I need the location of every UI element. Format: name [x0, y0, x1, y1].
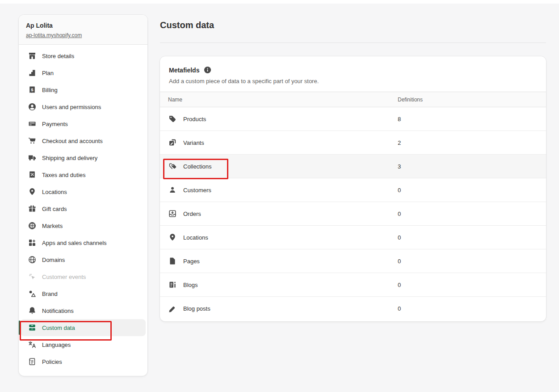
row-label: Pages: [183, 258, 200, 265]
domains-icon: [28, 255, 37, 264]
sidebar-item-shipping-and-delivery[interactable]: Shipping and delivery: [21, 149, 146, 166]
blog-posts-icon: [168, 304, 177, 313]
sidebar-item-gift-cards[interactable]: Gift cards: [21, 200, 146, 217]
payments-icon: [28, 119, 37, 128]
customer-events-icon: [28, 272, 37, 281]
card-header: Metafields Add a custom piece of data to…: [160, 56, 546, 92]
sidebar-item-plan[interactable]: Plan: [21, 64, 146, 81]
svg-text:$: $: [31, 87, 34, 92]
checkout-icon: [28, 136, 37, 145]
sidebar-item-brand[interactable]: Brand: [21, 285, 146, 302]
policies-icon: [28, 357, 37, 366]
sidebar-item-store-details[interactable]: Store details: [21, 47, 146, 64]
title-divider: [160, 42, 546, 43]
selected-indicator: [19, 320, 20, 335]
sidebar-item-billing[interactable]: $ Billing: [21, 81, 146, 98]
sidebar-item-locations[interactable]: Locations: [21, 183, 146, 200]
custom-data-icon: [28, 323, 37, 332]
sidebar-item-apps-and-sales-channels[interactable]: Apps and sales channels: [21, 234, 146, 251]
table-row-blog-posts[interactable]: Blog posts 0: [160, 297, 546, 320]
row-definitions-count: 0: [398, 258, 401, 265]
brand-icon: [28, 289, 37, 298]
taxes-icon: [28, 170, 37, 179]
sidebar-item-notifications[interactable]: Notifications: [21, 302, 146, 319]
sidebar-item-languages[interactable]: Languages: [21, 336, 146, 353]
column-header-name: Name: [160, 97, 398, 103]
variants-icon: [168, 138, 177, 147]
store-name: Ap Lolita: [26, 22, 140, 29]
table-row-locations[interactable]: Locations 0: [160, 226, 546, 249]
metafields-table-body: Products 8 Variants 2 Collections 3 Cust…: [160, 107, 546, 320]
products-icon: [168, 114, 177, 123]
row-definitions-count: 0: [398, 282, 401, 288]
markets-icon: [28, 221, 37, 230]
table-row-customers[interactable]: Customers 0: [160, 178, 546, 202]
users-icon: [28, 102, 37, 111]
row-label: Orders: [183, 211, 201, 217]
table-row-collections[interactable]: Collections 3: [160, 155, 546, 178]
table-row-orders[interactable]: Orders 0: [160, 202, 546, 226]
location-icon: [28, 187, 37, 196]
table-row-variants[interactable]: Variants 2: [160, 131, 546, 155]
billing-icon: $: [28, 85, 37, 94]
sidebar-item-domains[interactable]: Domains: [21, 251, 146, 268]
column-header-definitions: Definitions: [398, 97, 423, 103]
gift-card-icon: [28, 204, 37, 213]
row-label: Products: [183, 116, 206, 122]
top-strip: [0, 0, 559, 4]
metafields-card: Metafields Add a custom piece of data to…: [160, 56, 546, 321]
sidebar-item-customer-events: Customer events: [21, 268, 146, 285]
row-definitions-count: 2: [398, 139, 401, 146]
collections-icon: [168, 162, 177, 171]
row-label: Customers: [183, 187, 211, 194]
card-subtitle: Add a custom piece of data to a specific…: [169, 78, 537, 84]
sidebar-item-payments[interactable]: Payments: [21, 115, 146, 132]
row-label: Variants: [183, 139, 204, 146]
store-domain-link[interactable]: ap-lotita.myshopify.com: [26, 32, 82, 38]
sidebar-item-taxes-and-duties[interactable]: Taxes and duties: [21, 166, 146, 183]
shipping-icon: [28, 153, 37, 162]
customers-icon: [168, 185, 177, 194]
orders-icon: [168, 209, 177, 218]
sidebar-item-policies[interactable]: Policies: [21, 353, 146, 370]
row-definitions-count: 0: [398, 211, 401, 217]
pages-icon: [168, 257, 177, 266]
info-icon[interactable]: [203, 66, 212, 74]
row-label: Blog posts: [183, 305, 210, 312]
page-title: Custom data: [160, 20, 214, 30]
locations-icon: [168, 233, 177, 242]
apps-icon: [28, 238, 37, 247]
row-definitions-count: 0: [398, 305, 401, 312]
table-row-blogs[interactable]: Blogs 0: [160, 273, 546, 297]
card-title: Metafields: [169, 67, 199, 74]
settings-sidebar: Ap Lolita ap-lotita.myshopify.com Store …: [19, 15, 147, 376]
notifications-icon: [28, 306, 37, 315]
store-header: Ap Lolita ap-lotita.myshopify.com: [19, 15, 147, 45]
row-definitions-count: 0: [398, 234, 401, 241]
blogs-icon: [168, 280, 177, 289]
table-header: Name Definitions: [160, 92, 546, 107]
plan-icon: [28, 68, 37, 77]
row-label: Collections: [183, 163, 212, 170]
row-definitions-count: 3: [398, 163, 401, 170]
row-definitions-count: 0: [398, 187, 401, 194]
sidebar-item-markets[interactable]: Markets: [21, 217, 146, 234]
table-row-pages[interactable]: Pages 0: [160, 249, 546, 273]
table-row-products[interactable]: Products 8: [160, 107, 546, 131]
languages-icon: [28, 340, 37, 349]
sidebar-item-custom-data[interactable]: Custom data: [21, 319, 146, 336]
row-label: Locations: [183, 234, 208, 241]
row-label: Blogs: [183, 282, 198, 288]
settings-nav: Store details Plan $ Billing Users and p…: [19, 45, 147, 373]
storefront-icon: [28, 51, 37, 60]
sidebar-item-checkout-and-accounts[interactable]: Checkout and accounts: [21, 132, 146, 149]
row-definitions-count: 8: [398, 116, 401, 122]
sidebar-item-users-and-permissions[interactable]: Users and permissions: [21, 98, 146, 115]
